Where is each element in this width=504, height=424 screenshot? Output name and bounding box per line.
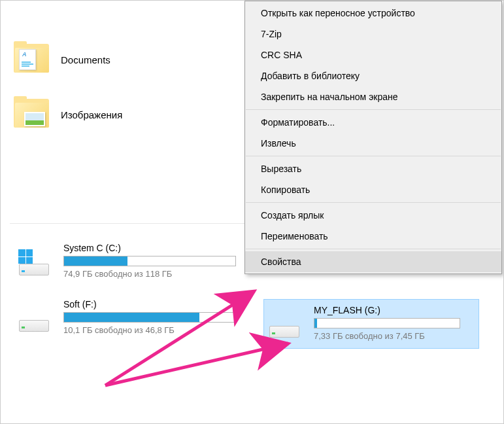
menu-crc-sha[interactable]: CRC SHA: [245, 44, 501, 65]
folder-label: Documents: [61, 54, 110, 65]
menu-copy[interactable]: Копировать: [245, 179, 501, 200]
menu-format[interactable]: Форматировать...: [245, 112, 501, 133]
menu-eject[interactable]: Извлечь: [245, 133, 501, 154]
menu-separator: [246, 249, 501, 249]
drive-free: 7,33 ГБ свободно из 7,45 ГБ: [314, 331, 460, 341]
folder-label: Изображения: [61, 109, 122, 120]
menu-cut[interactable]: Вырезать: [245, 158, 501, 179]
drive-name: System C (C:): [63, 243, 236, 253]
menu-7zip[interactable]: 7-Zip: [245, 24, 501, 44]
menu-pin-start[interactable]: Закрепить на начальном экране: [245, 86, 501, 107]
menu-rename[interactable]: Переименовать: [245, 226, 501, 247]
drive-system-c[interactable]: System C (C:) 74,9 ГБ свободно из 118 ГБ: [14, 238, 239, 286]
drive-icon: [267, 314, 302, 343]
drive-progress: [314, 318, 460, 328]
drive-progress: [63, 256, 236, 266]
folder-icon: [14, 99, 49, 130]
menu-separator: [246, 156, 501, 156]
progress-fill: [64, 256, 127, 266]
drive-my-flash-g[interactable]: MY_FLASH (G:) 7,33 ГБ свободно из 7,45 Г…: [263, 299, 479, 349]
drive-name: MY_FLASH (G:): [314, 305, 460, 315]
progress-fill: [64, 313, 199, 322]
drive-free: 10,1 ГБ свободно из 46,8 ГБ: [63, 325, 236, 335]
menu-open-portable[interactable]: Открыть как переносное устройство: [245, 3, 501, 24]
drive-progress: [63, 312, 236, 323]
menu-add-library[interactable]: Добавить в библиотеку: [245, 65, 501, 86]
menu-properties[interactable]: Свойства: [245, 251, 501, 272]
progress-fill: [314, 319, 317, 328]
drive-free: 74,9 ГБ свободно из 118 ГБ: [63, 269, 236, 279]
drive-icon: [16, 252, 52, 281]
drive-icon: [16, 308, 52, 337]
menu-separator: [246, 202, 501, 203]
drive-soft-f[interactable]: Soft (F:) 10,1 ГБ свободно из 46,8 ГБ: [14, 294, 239, 342]
folder-icon: A: [14, 44, 49, 75]
menu-separator: [246, 109, 501, 110]
menu-create-shortcut[interactable]: Создать ярлык: [245, 205, 501, 226]
context-menu: Открыть как переносное устройство 7-Zip …: [244, 1, 502, 274]
drive-name: Soft (F:): [63, 299, 236, 309]
